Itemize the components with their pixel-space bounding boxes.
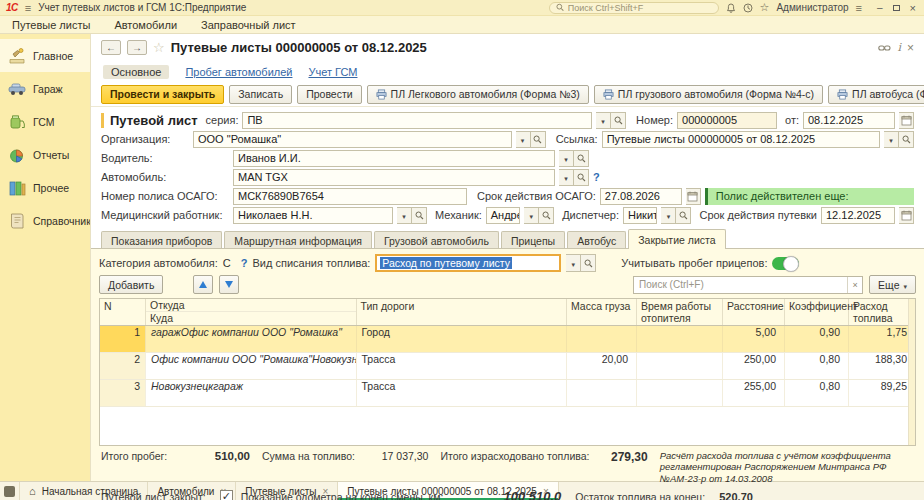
maximize-icon[interactable] <box>893 5 900 11</box>
medical-dropdown-button[interactable] <box>397 207 412 224</box>
post-and-close-button[interactable]: Провести и закрыть <box>101 85 224 104</box>
main-menu-icon[interactable] <box>25 2 31 14</box>
driver-dropdown-button[interactable] <box>559 150 574 167</box>
waybill-term-field[interactable]: 12.12.2025 <box>821 207 895 224</box>
dispatcher-open-button[interactable] <box>676 207 691 224</box>
medical-open-button[interactable] <box>412 207 427 224</box>
number-field[interactable]: 000000005 <box>677 112 777 129</box>
mechanic-field[interactable]: Андреев А.А. <box>486 207 520 224</box>
favorites-icon[interactable] <box>760 2 770 13</box>
sidebar-item-main[interactable]: Главное <box>0 39 90 72</box>
driver-field[interactable]: Иванов И.И. <box>233 150 555 167</box>
move-row-up-button[interactable] <box>193 275 213 294</box>
col-n[interactable]: N <box>100 299 146 325</box>
tab-instrument-readings[interactable]: Показания приборов <box>101 231 222 249</box>
ref-open-button[interactable] <box>899 131 914 148</box>
history-icon[interactable] <box>743 3 753 13</box>
tab-vehicle-mileage[interactable]: Пробег автомобилей <box>185 66 292 78</box>
current-user[interactable]: Администратор <box>776 2 848 13</box>
sheet-closed-checkbox[interactable] <box>220 490 233 500</box>
date-calendar-button[interactable] <box>899 112 914 129</box>
sidebar-item-reports[interactable]: Отчеты <box>0 138 90 171</box>
dispatcher-field[interactable]: Никитин Н.Н. <box>623 207 657 224</box>
col-fuel-consumption[interactable]: Расход топлива <box>849 299 915 325</box>
fuel-writeoff-open-button[interactable] <box>581 254 596 272</box>
ref-field[interactable]: Путевые листы 000000005 от 08.12.2025 <box>602 131 880 148</box>
forward-button[interactable] <box>127 40 147 55</box>
tab-sheet-closing[interactable]: Закрытие листа <box>628 229 725 249</box>
tab-main[interactable]: Основное <box>103 65 169 79</box>
info-icon[interactable]: i <box>897 41 901 54</box>
medical-worker-field[interactable]: Николаев Н.Н. <box>233 207 393 224</box>
col-heater-time[interactable]: Время работы отопителя <box>637 299 723 325</box>
osago-calendar-button[interactable] <box>686 188 701 205</box>
osago-term-field[interactable]: 27.08.2026 <box>600 188 682 205</box>
minimize-icon[interactable] <box>877 2 883 13</box>
save-button[interactable]: Записать <box>229 85 292 104</box>
dispatcher-dropdown-button[interactable] <box>661 207 676 224</box>
sidebar-item-catalogs[interactable]: Справочники <box>0 204 90 237</box>
table-row[interactable]: 1 гаражОфис компании ООО "Ромашка" Город… <box>100 326 915 353</box>
table-search-input[interactable] <box>634 279 847 290</box>
vehicle-field[interactable]: MAN TGX <box>233 169 555 186</box>
date-field[interactable]: 08.12.2025 <box>803 112 895 129</box>
post-button[interactable]: Провести <box>297 85 361 104</box>
vehicle-open-button[interactable] <box>574 169 589 186</box>
organization-field[interactable]: ООО "Ромашка" <box>193 131 512 148</box>
trailer-mileage-toggle[interactable] <box>772 257 799 270</box>
tab-route-info[interactable]: Маршрутная информация <box>224 231 372 249</box>
table-more-button[interactable]: Еще <box>869 275 916 294</box>
table-search[interactable]: × <box>633 276 863 294</box>
odometer-end-value[interactable]: 100 510,0 <box>443 489 561 500</box>
fuel-writeoff-dropdown-button[interactable] <box>566 254 581 272</box>
global-search-input[interactable] <box>568 3 712 13</box>
print-car-form-button[interactable]: ПЛ Легкового автомобиля (Форма №3) <box>367 85 589 104</box>
vehicle-dropdown-button[interactable] <box>559 169 574 186</box>
windows-menu-button[interactable] <box>0 482 20 500</box>
mechanic-dropdown-button[interactable] <box>524 207 539 224</box>
notifications-bell-icon[interactable] <box>726 3 736 13</box>
mechanic-open-button[interactable] <box>539 207 554 224</box>
driver-open-button[interactable] <box>574 150 589 167</box>
print-truck-form-button[interactable]: ПЛ грузового автомобиля (Форма №4-с) <box>594 85 823 104</box>
copy-link-icon[interactable] <box>878 43 891 53</box>
table-scrollbar[interactable] <box>908 299 915 445</box>
series-dropdown-button[interactable] <box>596 112 611 129</box>
back-button[interactable] <box>101 40 121 55</box>
add-favorite-star-icon[interactable] <box>153 40 165 55</box>
ref-dropdown-button[interactable] <box>884 131 899 148</box>
tab-fuel-accounting[interactable]: Учет ГСМ <box>308 66 357 78</box>
organization-dropdown-button[interactable] <box>516 131 531 148</box>
sidebar-item-garage[interactable]: Гараж <box>0 72 90 105</box>
organization-open-button[interactable] <box>531 131 546 148</box>
fuel-writeoff-combo[interactable]: Расход по путевому листу <box>375 254 561 272</box>
tab-bus[interactable]: Автобус <box>567 231 626 249</box>
move-row-down-button[interactable] <box>219 275 239 294</box>
menu-item-vehicles[interactable]: Автомобили <box>114 19 177 31</box>
add-row-button[interactable]: Добавить <box>99 275 163 294</box>
global-search[interactable] <box>549 2 719 14</box>
osago-number-field[interactable]: МСК76890В7654 <box>233 188 467 205</box>
help-question-icon[interactable]: ? <box>241 257 248 269</box>
menu-item-refuel-sheet[interactable]: Заправочный лист <box>201 19 296 31</box>
print-bus-form-button[interactable]: ПЛ автобуса (Форма 6спец) <box>828 85 924 104</box>
clear-search-icon[interactable]: × <box>847 277 862 293</box>
col-from-to[interactable]: Откуда Куда <box>146 299 357 325</box>
tab-truck[interactable]: Грузовой автомобиль <box>374 231 499 249</box>
sidebar-item-fuel[interactable]: ГСМ <box>0 105 90 138</box>
menu-item-waybills[interactable]: Путевые листы <box>12 19 90 31</box>
table-row[interactable]: 2 Офис компании ООО "Ромашка"Новокузнецк… <box>100 353 915 380</box>
table-row[interactable]: 3 Новокузнецкгараж Трасса 255,00 0,80 89… <box>100 380 915 407</box>
help-question-icon[interactable]: ? <box>593 171 600 183</box>
col-road-type[interactable]: Тип дороги <box>357 299 568 325</box>
waybill-term-calendar-button[interactable] <box>899 207 914 224</box>
settings-menu-icon[interactable] <box>856 2 862 14</box>
tab-trailers[interactable]: Прицепы <box>501 231 565 249</box>
close-document-icon[interactable] <box>907 41 914 55</box>
series-open-button[interactable] <box>611 112 626 129</box>
close-window-icon[interactable] <box>910 2 916 14</box>
col-distance[interactable]: Расстояние <box>723 299 785 325</box>
col-coefficient[interactable]: Коэффициент <box>785 299 849 325</box>
col-cargo-weight[interactable]: Масса груза <box>567 299 637 325</box>
series-field[interactable]: ПВ <box>242 112 592 129</box>
